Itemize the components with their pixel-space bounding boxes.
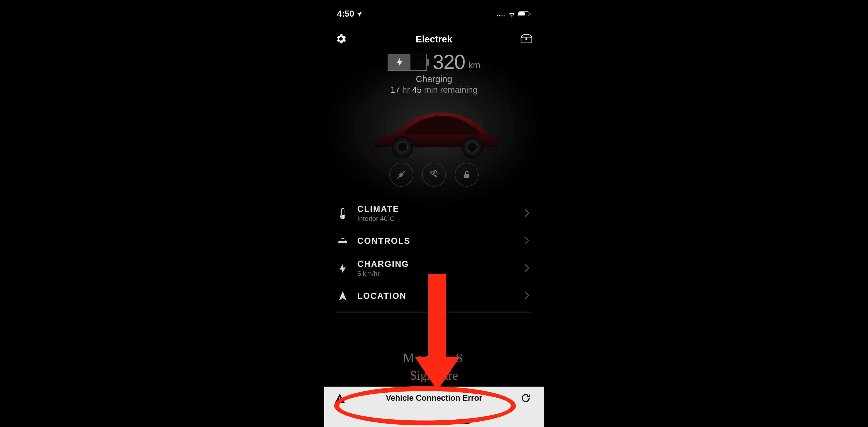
bolt-icon [397,58,402,67]
lootbox-button[interactable] [520,33,533,45]
treasure-chest-icon [520,33,533,44]
menu-item-climate[interactable]: CLIMATE Interior 40˚C [336,198,532,229]
clock-text: 4:50 [337,9,354,19]
refresh-button[interactable] [521,393,531,404]
settings-button[interactable] [335,33,347,46]
gear-icon [335,33,347,45]
screenshot-stage: 4:50 [0,0,868,427]
charging-time-remaining: 17 hr 45 min remaining [324,85,544,95]
location-arrow-icon [356,11,362,17]
chevron-right-icon [524,291,530,301]
range-value: 320 [433,51,465,74]
error-message: Vehicle Connection Error [386,393,482,403]
signal-icon [496,11,505,17]
keys-icon [429,170,439,179]
battery-level-icon [388,54,427,71]
quick-actions [324,163,544,187]
menu-location-title: LOCATION [357,291,516,301]
menu-controls-title: CONTROLS [357,236,516,246]
car-top-icon [336,237,349,245]
menu-divider [336,312,532,313]
home-indicator[interactable] [398,422,470,424]
fan-button[interactable] [390,163,413,187]
svg-line-12 [398,171,405,179]
svg-point-0 [497,15,498,17]
chevron-right-icon [524,263,530,274]
chevron-right-icon [524,208,530,219]
app-header: Electrek [324,29,544,49]
range-display: 320 km [324,51,544,74]
charging-min-val: 45 [412,85,422,94]
menu-climate-title: CLIMATE [357,204,516,214]
svg-rect-7 [526,37,527,40]
fan-icon [396,170,406,180]
main-menu: CLIMATE Interior 40˚C CONTROLS [336,198,532,318]
svg-point-16 [341,215,344,218]
status-indicators [496,11,531,17]
unlock-icon [462,170,471,179]
status-bar: 4:50 [324,9,544,19]
vehicle-image [365,101,503,160]
wifi-icon [508,11,516,17]
refresh-icon [521,393,531,403]
battery-fill [388,54,410,70]
model-name: Model S [324,350,544,365]
svg-rect-5 [519,12,525,16]
svg-point-11 [467,142,477,152]
svg-point-2 [501,15,503,17]
menu-charging-title: CHARGING [357,259,516,269]
menu-item-location[interactable]: LOCATION [336,284,532,308]
navigation-arrow-icon [336,291,349,301]
status-time: 4:50 [337,9,362,19]
svg-point-1 [499,15,500,17]
charging-min-label: min remaining [424,85,478,94]
svg-point-14 [434,171,436,173]
keys-button[interactable] [422,163,446,187]
bolt-icon [336,263,349,274]
svg-point-3 [503,15,505,17]
range-unit: km [468,60,480,70]
thermometer-icon [336,207,349,220]
svg-rect-6 [530,13,530,15]
charging-hr-val: 17 [391,85,400,94]
svg-point-10 [398,142,407,152]
charging-status: Charging 17 hr 45 min remaining [324,74,544,95]
lock-button[interactable] [455,163,478,187]
menu-item-charging[interactable]: CHARGING 5 km/hr [336,253,532,284]
vehicle-name: Electrek [415,34,452,45]
svg-rect-17 [340,239,345,241]
svg-rect-15 [464,174,469,178]
charging-label: Charging [324,74,544,84]
charging-hr-label: hr [402,85,410,94]
battery-icon [518,11,531,17]
menu-climate-sub: Interior 40˚C [357,215,516,223]
menu-item-controls[interactable]: CONTROLS [336,229,532,253]
menu-charging-sub: 5 km/hr [357,270,516,278]
error-footer: Vehicle Connection Error [324,387,544,427]
warning-icon [335,394,345,404]
phone-screen: 4:50 [324,0,544,427]
model-signature: Signature [324,368,544,382]
chevron-right-icon [524,236,530,246]
